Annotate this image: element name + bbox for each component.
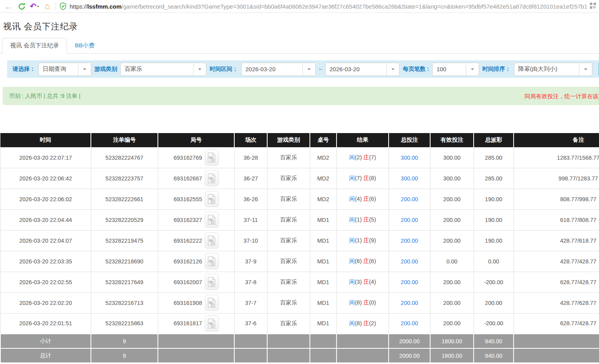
result-banker-value: (8)	[369, 175, 376, 181]
header-round-no: 局号	[158, 133, 234, 147]
cell-round-no: 693161908	[158, 292, 234, 313]
result-player-value: (8)	[355, 299, 362, 306]
url-text[interactable]: https://lssfmm.com/game/betrecord_search…	[70, 3, 587, 10]
total-bet-link[interactable]: 200.00	[401, 258, 418, 265]
footer-empty	[337, 348, 389, 363]
summary-notice: 同局有效投注，统一计算在该局	[525, 93, 599, 100]
result-player-label: 闲	[349, 216, 355, 223]
back-icon[interactable]: ←	[4, 2, 13, 11]
total-bet-link[interactable]: 200.00	[401, 196, 418, 202]
date-from-select[interactable]: 2026-03-20	[241, 63, 316, 76]
tab-bet-records[interactable]: 视讯 会员下注纪录	[2, 38, 67, 54]
header-total-bet: 总投注	[389, 133, 430, 147]
chevron-down-icon[interactable]	[78, 63, 91, 76]
tab-bb-tip[interactable]: BB小费	[67, 38, 102, 53]
total-bet-link[interactable]: 300.00	[401, 155, 418, 161]
cell-session: 37-10	[234, 230, 267, 251]
video-replay-button[interactable]	[205, 315, 219, 332]
result-player-value: (8)	[355, 320, 362, 326]
cell-remark: 998.77/1283.77	[514, 168, 599, 189]
cell-time: 2026-03-20 22:07:17	[0, 147, 91, 168]
chevron-down-icon[interactable]	[193, 63, 206, 76]
cell-total-bet: 200.00	[389, 189, 430, 209]
video-replay-button[interactable]	[205, 170, 219, 186]
round-number: 693162327	[174, 217, 202, 223]
table-header-row: 时间 注单编号 局号 场次 游戏类别 桌号 结果 总投注 有效投注 总派彩 备注	[0, 133, 599, 147]
cell-bet-no: 523282215863	[91, 313, 158, 334]
cell-session: 37-6	[234, 313, 267, 334]
cell-payout: -200.00	[474, 272, 514, 292]
qr-code-icon[interactable]	[590, 3, 596, 10]
total-bet-link[interactable]: 300.00	[401, 175, 418, 182]
cell-result: 闲(4) 庄(6)	[337, 189, 389, 209]
cell-remark: 428.77/628.77	[514, 292, 599, 313]
total-bet-link[interactable]: 200.00	[401, 217, 418, 223]
cell-time: 2026-03-20 22:03:35	[0, 251, 91, 272]
cell-bet-no: 523282220529	[91, 209, 158, 230]
home-icon[interactable]: ⌂	[43, 2, 52, 11]
bet-records-table: 时间 注单编号 局号 场次 游戏类别 桌号 结果 总投注 有效投注 总派彩 备注…	[0, 133, 599, 363]
video-icon	[207, 152, 216, 163]
cell-payout: 285.00	[474, 168, 514, 189]
chevron-down-icon[interactable]	[386, 63, 399, 76]
summary-bar: 币别 : 人民币 | 总共 :9 注单 | 同局有效投注，统一计算在该局	[3, 87, 599, 105]
cell-result: 闲(3) 庄(4)	[337, 272, 389, 292]
total-bet-link[interactable]: 200.00	[401, 279, 418, 285]
query-type-select[interactable]: 日期查询	[38, 63, 91, 76]
cell-payout: 200.00	[474, 292, 514, 313]
cell-bet-no: 523282223757	[91, 168, 158, 189]
address-bar[interactable]: https://lssfmm.com/game/betrecord_search…	[60, 0, 596, 13]
cell-remark: 428.77/618.77	[514, 230, 599, 251]
chevron-down-icon[interactable]	[466, 63, 479, 76]
total-bet-link[interactable]: 200.00	[401, 320, 418, 326]
total-bet-link[interactable]: 200.00	[401, 238, 418, 244]
result-player-value: (1)	[355, 237, 362, 243]
video-replay-button[interactable]	[205, 274, 219, 290]
result-banker-label: 庄	[364, 320, 369, 326]
footer-empty	[310, 334, 337, 348]
cell-remark: 628.77/428.77	[514, 313, 599, 334]
result-player-value: (4)	[355, 196, 362, 202]
chevron-down-icon[interactable]	[302, 63, 315, 76]
chevron-down-icon[interactable]	[579, 63, 592, 76]
cell-result: 闲(6) 庄(6)	[337, 251, 389, 272]
cell-bet-no: 523282224767	[91, 147, 158, 168]
sort-select[interactable]: 降幂(由大到小)	[514, 63, 592, 76]
game-type-select[interactable]: 百家乐	[120, 63, 206, 76]
video-replay-button[interactable]	[205, 232, 219, 249]
video-replay-button[interactable]	[205, 191, 219, 207]
subtotal-row: 小计92000.001800.00940.00	[0, 334, 599, 348]
header-session: 场次	[234, 133, 267, 147]
cell-time: 2026-03-20 22:02:55	[0, 272, 91, 292]
page-title: 视讯 会员下注纪录	[3, 21, 599, 32]
cell-result: 闲(1) 庄(9)	[337, 230, 389, 251]
cell-game-type: 百家乐	[267, 209, 310, 230]
refresh-icon[interactable]	[17, 2, 26, 11]
header-table-no: 桌号	[310, 133, 337, 147]
cell-time: 2026-03-20 22:04:07	[0, 230, 91, 251]
total-bet-link[interactable]: 200.00	[401, 300, 418, 306]
footer-label: 总计	[0, 348, 91, 363]
result-banker-value: (5)	[369, 216, 376, 223]
video-replay-button[interactable]	[205, 253, 219, 269]
cell-round-no: 693162126	[158, 251, 234, 272]
cell-game-type: 百家乐	[267, 251, 310, 272]
range-separator: ~	[319, 66, 322, 72]
footer-empty	[310, 348, 337, 363]
video-icon	[207, 297, 216, 308]
cell-valid-bet: 200.00	[430, 313, 474, 334]
cell-round-no: 693162327	[158, 209, 234, 230]
video-replay-button[interactable]	[205, 212, 219, 228]
video-replay-button[interactable]	[205, 295, 219, 311]
result-player-label: 闲	[349, 196, 355, 202]
date-to-select[interactable]: 2026-03-20	[325, 63, 400, 76]
video-replay-button[interactable]	[205, 150, 219, 166]
round-number: 693162555	[174, 196, 202, 202]
cell-total-bet: 200.00	[389, 292, 430, 313]
undo-icon[interactable]: ↶	[30, 2, 39, 11]
footer-count: 9	[91, 348, 158, 363]
cell-valid-bet: 200.00	[430, 272, 474, 292]
cell-session: 36-28	[234, 147, 267, 168]
cell-table-no: MD1	[310, 313, 337, 334]
per-page-select[interactable]: 100	[432, 63, 479, 76]
